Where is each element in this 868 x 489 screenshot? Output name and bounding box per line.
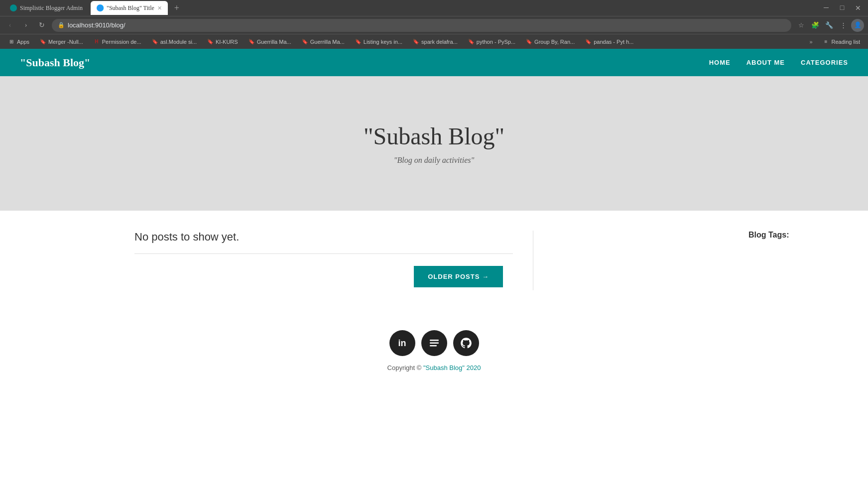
profile-button[interactable]: 👤: [851, 19, 864, 32]
close-window-button[interactable]: ✕: [852, 2, 864, 14]
extension-icon[interactable]: 🧩: [809, 19, 821, 31]
bookmark-reading-label: Reading list: [832, 39, 860, 45]
apps-icon: ⊞: [8, 38, 15, 45]
github-icon[interactable]: [453, 330, 479, 356]
bookmark-permission-label: Permission de...: [102, 39, 141, 45]
bookmark-icon-1: 🔖: [39, 38, 46, 45]
bookmark-python[interactable]: 🔖 python - PySp...: [464, 36, 519, 47]
url-actions: ☆ 🧩 🔧 ⋮ 👤: [795, 19, 864, 32]
bookmark-icon-11: 🔖: [585, 38, 592, 45]
copyright-text: Copyright © "Subash Blog" 2020: [387, 364, 481, 371]
blog-footer: in Copyright © "Subash Blog" 2020: [0, 310, 868, 381]
social-icons: in: [389, 330, 479, 356]
blog-sidebar: Blog Tags:: [748, 231, 848, 245]
bookmark-permission[interactable]: H Permission de...: [89, 36, 145, 47]
new-tab-button[interactable]: +: [170, 1, 184, 15]
bookmark-merger[interactable]: 🔖 Merger -Null...: [35, 36, 87, 47]
bookmark-spark[interactable]: 🔖 spark delafra...: [408, 36, 462, 47]
hero-subtitle: "Blog on daily activities": [394, 156, 474, 165]
bookmark-icon-9: 🔖: [468, 38, 475, 45]
bookmark-asl[interactable]: 🔖 asl.Module si...: [147, 36, 201, 47]
bookmark-pandas-label: pandas - Pyt h...: [594, 39, 633, 45]
nav-link-categories[interactable]: CATEGORIES: [801, 59, 848, 66]
older-posts-button[interactable]: OLDER POSTS →: [414, 266, 503, 287]
bookmark-reading-list[interactable]: ≡ Reading list: [819, 36, 864, 47]
hero-title: "Subash Blog": [364, 122, 504, 150]
bookmark-listing-label: Listing keys in...: [364, 39, 402, 45]
bookmark-guerrilla2[interactable]: 🔖 Guerrilla Ma...: [297, 36, 349, 47]
bookmark-guerrilla1-label: Guerrilla Ma...: [257, 39, 291, 45]
security-icon: 🔒: [58, 22, 65, 28]
bookmark-guerrilla2-label: Guerrilla Ma...: [310, 39, 345, 45]
tab-icon-blog: 🌐: [97, 4, 104, 11]
copyright-label: Copyright ©: [387, 364, 423, 371]
svg-rect-0: [430, 340, 439, 341]
bookmark-icon-3: 🔖: [151, 38, 158, 45]
bookmark-icon-8: 🔖: [412, 38, 419, 45]
blog-nav: "Subash Blog" HOME ABOUT ME CATEGORIES: [0, 49, 868, 76]
blog-page: "Subash Blog" HOME ABOUT ME CATEGORIES "…: [0, 49, 868, 381]
bookmark-guerrilla1[interactable]: 🔖 Guerrilla Ma...: [244, 36, 295, 47]
bookmark-pandas[interactable]: 🔖 pandas - Pyt h...: [581, 36, 637, 47]
bookmark-icon-12: ≡: [823, 38, 830, 45]
bookmark-star-icon[interactable]: ☆: [795, 19, 807, 31]
browser-titlebar: Simplistic Blogger Admin 🌐 "Subash Blog"…: [0, 0, 868, 16]
bookmark-groupby[interactable]: 🔖 Group By, Ran...: [521, 36, 579, 47]
bookmark-kikurs[interactable]: 🔖 KI-KURS: [203, 36, 242, 47]
blog-nav-links: HOME ABOUT ME CATEGORIES: [709, 59, 848, 66]
no-posts-message: No posts to show yet.: [134, 231, 513, 254]
bookmark-icon-5: 🔖: [248, 38, 255, 45]
svg-rect-1: [430, 343, 439, 344]
url-text: localhost:9010/blog/: [68, 21, 125, 29]
bookmarks-bar: ⊞ Apps 🔖 Merger -Null... H Permission de…: [0, 34, 868, 49]
bookmark-icon-7: 🔖: [355, 38, 362, 45]
stackexchange-icon[interactable]: [421, 330, 447, 356]
reload-button[interactable]: ↻: [36, 19, 48, 31]
nav-link-home[interactable]: HOME: [709, 59, 731, 66]
maximize-button[interactable]: □: [836, 2, 848, 14]
bookmark-kikurs-label: KI-KURS: [216, 39, 238, 45]
linkedin-icon[interactable]: in: [389, 330, 415, 356]
forward-button[interactable]: ›: [20, 19, 32, 31]
bookmark-merger-label: Merger -Null...: [48, 39, 83, 45]
bookmark-spark-label: spark delafra...: [421, 39, 458, 45]
tab-icon-admin: [10, 4, 17, 11]
bookmark-asl-label: asl.Module si...: [160, 39, 197, 45]
minimize-button[interactable]: ─: [820, 2, 832, 14]
nav-link-about[interactable]: ABOUT ME: [746, 59, 785, 66]
tab-close-icon[interactable]: ✕: [157, 5, 162, 11]
blog-hero: "Subash Blog" "Blog on daily activities": [0, 76, 868, 211]
browser-urlbar: ‹ › ↻ 🔒 localhost:9010/blog/ ☆ 🧩 🔧 ⋮ 👤: [0, 16, 868, 34]
bookmark-apps[interactable]: ⊞ Apps: [4, 36, 33, 47]
copyright-link[interactable]: "Subash Blog" 2020: [423, 364, 481, 371]
blog-logo[interactable]: "Subash Blog": [20, 56, 709, 69]
sidebar-tags-title: Blog Tags:: [748, 231, 848, 240]
back-button[interactable]: ‹: [4, 19, 16, 31]
bookmark-more[interactable]: »: [805, 36, 816, 47]
extension2-icon[interactable]: 🔧: [823, 19, 835, 31]
more-icon[interactable]: ⋮: [837, 19, 849, 31]
bookmark-python-label: python - PySp...: [477, 39, 515, 45]
bookmark-icon-10: 🔖: [525, 38, 532, 45]
bookmark-icon-4: 🔖: [207, 38, 214, 45]
tab-label-admin: Simplistic Blogger Admin: [20, 4, 83, 12]
blog-main: No posts to show yet. OLDER POSTS →: [134, 231, 533, 290]
bookmark-icon-2: H: [93, 38, 100, 45]
tab-blog[interactable]: 🌐 "Subash Blog" Title ✕: [91, 1, 168, 15]
url-bar[interactable]: 🔒 localhost:9010/blog/: [52, 19, 791, 32]
sidebar-divider: [533, 231, 533, 290]
tab-admin[interactable]: Simplistic Blogger Admin: [4, 1, 89, 15]
bookmark-apps-label: Apps: [17, 39, 29, 45]
svg-rect-2: [430, 345, 437, 347]
bookmark-icon-6: 🔖: [301, 38, 308, 45]
bookmark-listing[interactable]: 🔖 Listing keys in...: [351, 36, 406, 47]
tab-label-blog: "Subash Blog" Title: [107, 4, 154, 12]
browser-chrome: Simplistic Blogger Admin 🌐 "Subash Blog"…: [0, 0, 868, 49]
blog-content: No posts to show yet. OLDER POSTS → Blog…: [0, 211, 868, 310]
bookmark-groupby-label: Group By, Ran...: [534, 39, 575, 45]
